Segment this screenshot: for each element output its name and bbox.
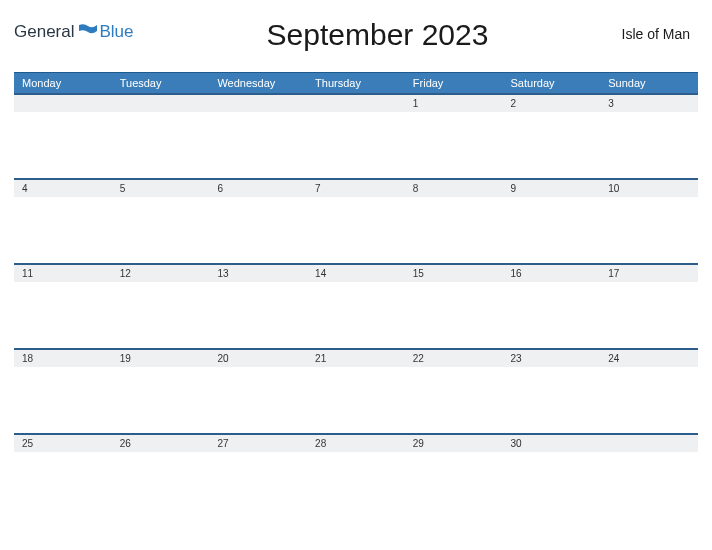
day-number [112, 95, 210, 112]
day-number: 24 [600, 350, 698, 367]
day-number: 6 [209, 180, 307, 197]
day-number: 12 [112, 265, 210, 282]
day-number [307, 95, 405, 112]
weekday-header: Friday [405, 73, 503, 95]
day-number: 26 [112, 435, 210, 452]
calendar-day-cell: 28 [307, 434, 405, 474]
day-number: 7 [307, 180, 405, 197]
calendar-day-cell [112, 94, 210, 179]
calendar-day-cell [307, 94, 405, 179]
day-number [14, 95, 112, 112]
region-label: Isle of Man [622, 18, 698, 42]
day-number: 10 [600, 180, 698, 197]
calendar-week-row: 18192021222324 [14, 349, 698, 434]
day-number: 28 [307, 435, 405, 452]
weekday-header: Thursday [307, 73, 405, 95]
header: General Blue September 2023 Isle of Man [14, 18, 698, 52]
calendar-day-cell [600, 434, 698, 474]
calendar-day-cell: 27 [209, 434, 307, 474]
day-number: 16 [503, 265, 601, 282]
day-number [209, 95, 307, 112]
day-number: 17 [600, 265, 698, 282]
calendar-day-cell: 10 [600, 179, 698, 264]
calendar-body: 1234567891011121314151617181920212223242… [14, 94, 698, 474]
day-number: 9 [503, 180, 601, 197]
calendar-grid: Monday Tuesday Wednesday Thursday Friday… [14, 72, 698, 474]
calendar-day-cell [209, 94, 307, 179]
calendar-day-cell: 17 [600, 264, 698, 349]
weekday-header: Saturday [503, 73, 601, 95]
calendar-day-cell: 12 [112, 264, 210, 349]
day-number: 29 [405, 435, 503, 452]
calendar-day-cell: 1 [405, 94, 503, 179]
calendar-day-cell: 29 [405, 434, 503, 474]
day-number: 1 [405, 95, 503, 112]
calendar-day-cell: 30 [503, 434, 601, 474]
calendar-day-cell: 11 [14, 264, 112, 349]
day-number: 5 [112, 180, 210, 197]
weekday-header: Tuesday [112, 73, 210, 95]
calendar-week-row: 123 [14, 94, 698, 179]
calendar-week-row: 252627282930 [14, 434, 698, 474]
day-number: 27 [209, 435, 307, 452]
weekday-header: Monday [14, 73, 112, 95]
day-number: 2 [503, 95, 601, 112]
calendar-day-cell: 5 [112, 179, 210, 264]
calendar-day-cell: 22 [405, 349, 503, 434]
calendar-day-cell: 13 [209, 264, 307, 349]
calendar-week-row: 45678910 [14, 179, 698, 264]
day-number: 22 [405, 350, 503, 367]
calendar-day-cell: 18 [14, 349, 112, 434]
calendar-day-cell: 4 [14, 179, 112, 264]
calendar-day-cell: 15 [405, 264, 503, 349]
logo-word-blue: Blue [99, 22, 133, 42]
day-number: 19 [112, 350, 210, 367]
calendar-day-cell: 9 [503, 179, 601, 264]
calendar-day-cell: 24 [600, 349, 698, 434]
calendar-day-cell: 3 [600, 94, 698, 179]
wave-icon [79, 22, 97, 42]
day-number: 30 [503, 435, 601, 452]
calendar-day-cell: 19 [112, 349, 210, 434]
logo: General Blue [14, 18, 134, 42]
weekday-header-row: Monday Tuesday Wednesday Thursday Friday… [14, 73, 698, 95]
calendar-day-cell: 26 [112, 434, 210, 474]
logo-word-general: General [14, 22, 74, 42]
day-number: 11 [14, 265, 112, 282]
day-number: 15 [405, 265, 503, 282]
calendar-title: September 2023 [134, 18, 622, 52]
calendar-day-cell: 23 [503, 349, 601, 434]
calendar-day-cell: 16 [503, 264, 601, 349]
calendar-day-cell: 25 [14, 434, 112, 474]
day-number: 4 [14, 180, 112, 197]
day-number: 3 [600, 95, 698, 112]
day-number: 13 [209, 265, 307, 282]
calendar-day-cell: 6 [209, 179, 307, 264]
calendar-day-cell: 21 [307, 349, 405, 434]
calendar-day-cell: 14 [307, 264, 405, 349]
calendar-day-cell [14, 94, 112, 179]
day-number [600, 435, 698, 452]
calendar-day-cell: 8 [405, 179, 503, 264]
weekday-header: Wednesday [209, 73, 307, 95]
day-number: 20 [209, 350, 307, 367]
day-number: 21 [307, 350, 405, 367]
calendar-day-cell: 7 [307, 179, 405, 264]
calendar-week-row: 11121314151617 [14, 264, 698, 349]
day-number: 8 [405, 180, 503, 197]
day-number: 23 [503, 350, 601, 367]
calendar-day-cell: 2 [503, 94, 601, 179]
calendar-day-cell: 20 [209, 349, 307, 434]
day-number: 14 [307, 265, 405, 282]
weekday-header: Sunday [600, 73, 698, 95]
day-number: 18 [14, 350, 112, 367]
day-number: 25 [14, 435, 112, 452]
